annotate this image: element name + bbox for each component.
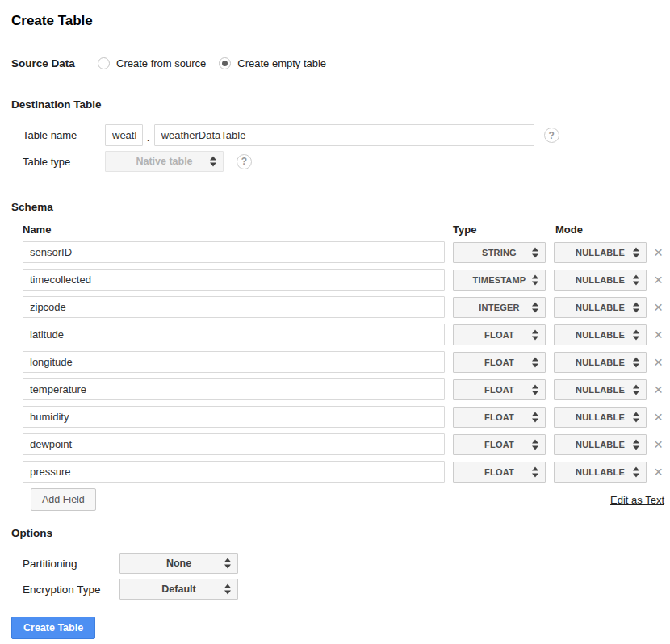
- partitioning-value: None: [166, 558, 191, 569]
- field-type-value: FLOAT: [484, 412, 514, 422]
- schema-field-row: FLOAT NULLABLE ×: [23, 351, 664, 373]
- remove-field-icon[interactable]: ×: [654, 354, 663, 370]
- add-field-button[interactable]: Add Field: [31, 488, 96, 511]
- field-type-select[interactable]: STRING: [453, 242, 546, 263]
- updown-arrows-icon: [532, 466, 538, 477]
- help-icon[interactable]: ?: [237, 154, 252, 169]
- remove-field-icon[interactable]: ×: [654, 464, 663, 479]
- field-mode-select[interactable]: NULLABLE: [554, 242, 647, 263]
- field-name-input[interactable]: [23, 351, 445, 373]
- remove-field-icon[interactable]: ×: [654, 299, 663, 315]
- schema-field-row: STRING NULLABLE ×: [23, 241, 664, 263]
- updown-arrows-icon: [633, 439, 639, 450]
- partitioning-label: Partitioning: [23, 558, 119, 570]
- field-mode-select[interactable]: NULLABLE: [554, 270, 647, 291]
- field-name-input[interactable]: [23, 241, 445, 263]
- radio-create-from-source[interactable]: Create from source: [98, 57, 206, 69]
- table-name-label: Table name: [23, 129, 105, 141]
- schema-field-row: FLOAT NULLABLE ×: [23, 324, 664, 345]
- field-type-select[interactable]: FLOAT: [453, 434, 546, 455]
- field-type-select[interactable]: INTEGER: [453, 297, 546, 318]
- field-name-input[interactable]: [23, 269, 445, 291]
- radio-unselected-icon[interactable]: [98, 57, 110, 69]
- edit-as-text-link[interactable]: Edit as Text: [610, 494, 664, 506]
- field-name-input[interactable]: [23, 378, 445, 400]
- field-name-input[interactable]: [23, 433, 445, 455]
- dataset-name-input[interactable]: [105, 124, 143, 146]
- field-name-input[interactable]: [23, 406, 445, 428]
- field-mode-value: NULLABLE: [576, 330, 625, 340]
- field-mode-select[interactable]: NULLABLE: [554, 407, 647, 428]
- create-table-button[interactable]: Create Table: [11, 617, 95, 639]
- field-type-select[interactable]: TIMESTAMP: [453, 270, 546, 291]
- schema-heading: Schema: [11, 201, 664, 214]
- remove-field-icon[interactable]: ×: [654, 272, 663, 287]
- updown-arrows-icon: [532, 274, 538, 285]
- schema-actions-row: Add Field Edit as Text: [31, 488, 664, 511]
- field-type-value: FLOAT: [484, 385, 514, 395]
- field-mode-value: NULLABLE: [576, 248, 625, 257]
- dataset-table-separator: .: [147, 132, 150, 144]
- field-mode-value: NULLABLE: [576, 303, 625, 312]
- encryption-type-select[interactable]: Default: [119, 579, 238, 600]
- partitioning-row: Partitioning None: [23, 553, 664, 574]
- table-type-value: Native table: [136, 156, 192, 167]
- field-type-value: STRING: [482, 248, 517, 257]
- updown-arrows-icon: [633, 384, 639, 395]
- remove-field-icon[interactable]: ×: [654, 245, 663, 260]
- field-type-select[interactable]: FLOAT: [453, 407, 546, 428]
- field-mode-value: NULLABLE: [576, 385, 625, 395]
- field-mode-select[interactable]: NULLABLE: [554, 379, 647, 400]
- field-type-select[interactable]: FLOAT: [453, 324, 546, 345]
- radio-label: Create empty table: [237, 57, 326, 69]
- updown-arrows-icon: [532, 357, 538, 367]
- field-type-select[interactable]: FLOAT: [453, 352, 546, 373]
- updown-arrows-icon: [532, 329, 538, 340]
- create-table-page: Create Table Source Data Create from sou…: [0, 0, 670, 639]
- updown-arrows-icon: [532, 247, 538, 257]
- updown-arrows-icon: [633, 247, 639, 257]
- remove-field-icon[interactable]: ×: [654, 382, 663, 397]
- remove-field-icon[interactable]: ×: [654, 327, 663, 342]
- field-name-input[interactable]: [23, 461, 445, 483]
- radio-create-empty-table[interactable]: Create empty table: [219, 57, 326, 69]
- schema-field-row: TIMESTAMP NULLABLE ×: [23, 269, 664, 291]
- field-type-select[interactable]: FLOAT: [453, 379, 546, 400]
- field-mode-select[interactable]: NULLABLE: [554, 434, 647, 455]
- field-mode-select[interactable]: NULLABLE: [554, 462, 647, 483]
- field-type-value: FLOAT: [484, 358, 514, 367]
- remove-field-icon[interactable]: ×: [654, 409, 663, 424]
- source-data-label: Source Data: [11, 57, 98, 69]
- page-title: Create Table: [11, 13, 664, 29]
- field-type-value: FLOAT: [484, 440, 514, 450]
- remove-field-icon[interactable]: ×: [654, 437, 663, 452]
- encryption-type-row: Encryption Type Default: [23, 579, 664, 600]
- field-mode-value: NULLABLE: [576, 358, 625, 367]
- field-type-select[interactable]: FLOAT: [453, 462, 546, 483]
- table-type-label: Table type: [23, 156, 105, 168]
- radio-label: Create from source: [116, 57, 206, 69]
- table-type-row: Table type Native table ?: [23, 151, 664, 172]
- field-mode-select[interactable]: NULLABLE: [554, 352, 647, 373]
- radio-selected-icon[interactable]: [219, 57, 231, 69]
- schema-header-type: Type: [453, 224, 555, 236]
- options-heading: Options: [11, 527, 664, 540]
- partitioning-select[interactable]: None: [119, 553, 238, 574]
- updown-arrows-icon: [210, 157, 216, 167]
- schema-field-row: INTEGER NULLABLE ×: [23, 296, 664, 318]
- field-name-input[interactable]: [23, 324, 445, 345]
- encryption-type-value: Default: [161, 583, 195, 595]
- field-mode-select[interactable]: NULLABLE: [554, 297, 647, 318]
- field-type-value: INTEGER: [479, 303, 519, 312]
- field-type-value: FLOAT: [484, 330, 514, 340]
- updown-arrows-icon: [224, 558, 231, 569]
- field-name-input[interactable]: [23, 296, 445, 318]
- field-mode-value: NULLABLE: [576, 412, 625, 422]
- field-mode-select[interactable]: NULLABLE: [554, 324, 647, 345]
- table-type-select[interactable]: Native table: [105, 151, 224, 172]
- updown-arrows-icon: [633, 329, 639, 340]
- schema-field-row: FLOAT NULLABLE ×: [23, 433, 664, 455]
- table-name-input[interactable]: [154, 124, 534, 146]
- schema-header-mode: Mode: [555, 224, 583, 236]
- help-icon[interactable]: ?: [544, 128, 559, 143]
